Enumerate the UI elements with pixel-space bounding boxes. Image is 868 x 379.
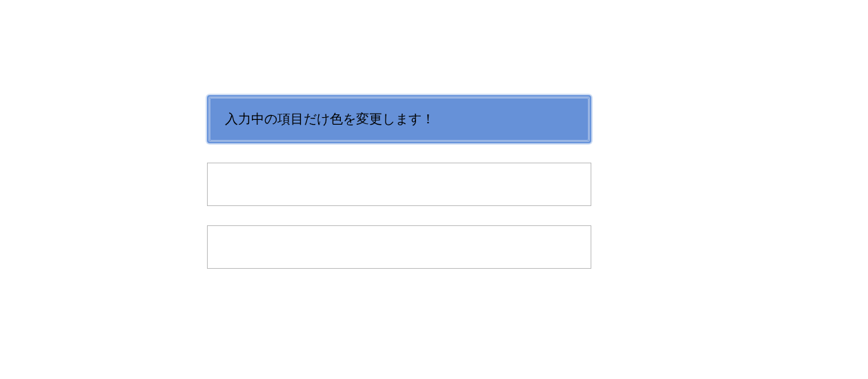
text-field-1-wrap	[207, 95, 591, 143]
form-container	[207, 95, 591, 288]
text-field-3[interactable]	[207, 225, 591, 269]
text-field-2[interactable]	[207, 163, 591, 206]
text-field-1[interactable]	[207, 95, 591, 143]
